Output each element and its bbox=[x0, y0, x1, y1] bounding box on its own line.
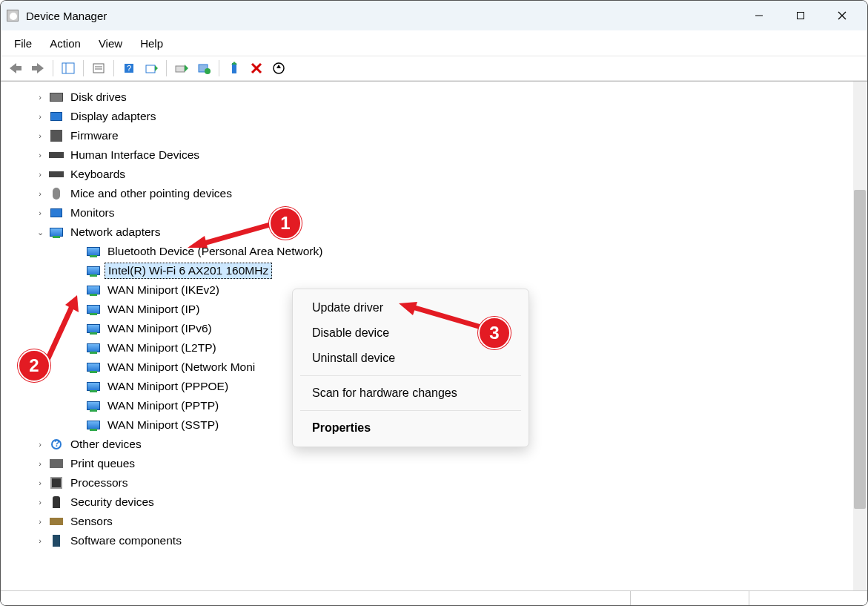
soft-icon bbox=[48, 535, 64, 547]
mon-icon bbox=[48, 208, 64, 217]
scroll-thumb[interactable] bbox=[854, 190, 866, 509]
printer-icon bbox=[48, 459, 64, 468]
key-icon bbox=[48, 152, 64, 158]
show-hide-tree-button[interactable] bbox=[58, 58, 79, 79]
tree-category[interactable]: ›Monitors bbox=[13, 203, 864, 223]
mon-icon bbox=[48, 112, 64, 121]
svg-rect-19 bbox=[232, 63, 236, 73]
tree-item-label: Monitors bbox=[67, 205, 117, 220]
fw-icon bbox=[48, 130, 64, 142]
net-icon bbox=[85, 247, 102, 256]
vertical-scrollbar[interactable] bbox=[853, 82, 867, 590]
disable-button[interactable] bbox=[246, 58, 267, 79]
scan-hardware-button[interactable] bbox=[268, 58, 289, 79]
status-segment bbox=[630, 591, 749, 606]
tree-item-label: Sensors bbox=[67, 514, 116, 529]
net-icon bbox=[85, 382, 102, 391]
tree-item-label: Human Interface Devices bbox=[67, 148, 202, 162]
tree-category[interactable]: ›Keyboards bbox=[13, 165, 864, 184]
forward-button[interactable] bbox=[27, 58, 48, 79]
net-icon bbox=[85, 363, 102, 372]
net-icon bbox=[85, 324, 102, 333]
svg-rect-6 bbox=[62, 63, 74, 73]
tree-item-label: Disk drives bbox=[67, 90, 130, 105]
tree-item-label: Security devices bbox=[67, 495, 157, 510]
net-icon bbox=[85, 266, 102, 275]
menu-view[interactable]: View bbox=[90, 34, 131, 53]
expander-icon[interactable]: › bbox=[33, 208, 47, 217]
menu-file[interactable]: File bbox=[5, 34, 41, 53]
other-icon bbox=[48, 439, 64, 449]
tree-category[interactable]: ›Disk drives bbox=[13, 88, 864, 107]
expander-icon[interactable]: › bbox=[33, 517, 47, 526]
toolbar-separator bbox=[53, 60, 53, 76]
svg-rect-1 bbox=[798, 13, 804, 19]
tree-item-label: WAN Miniport (L2TP) bbox=[105, 340, 219, 355]
expander-icon[interactable]: › bbox=[33, 536, 47, 545]
toolbar-separator bbox=[219, 60, 219, 76]
context-uninstall-device[interactable]: Uninstall device bbox=[293, 346, 529, 371]
tree-item-label: WAN Miniport (IP) bbox=[105, 302, 202, 317]
toolbar-separator bbox=[83, 60, 84, 76]
properties-button[interactable] bbox=[88, 58, 109, 79]
status-segment bbox=[749, 591, 867, 606]
back-button[interactable] bbox=[5, 58, 26, 79]
net-icon bbox=[85, 421, 102, 429]
net-icon bbox=[85, 286, 102, 294]
svg-point-18 bbox=[205, 68, 211, 74]
uninstall-button[interactable] bbox=[193, 58, 214, 79]
tree-category-network-adapters[interactable]: ⌄Network adapters bbox=[13, 223, 864, 242]
expander-icon[interactable]: › bbox=[33, 459, 47, 468]
tree-category[interactable]: ›Software components bbox=[13, 531, 864, 550]
context-separator bbox=[300, 375, 521, 376]
expander-icon[interactable]: › bbox=[33, 440, 47, 449]
disk-icon bbox=[48, 93, 64, 102]
close-button[interactable] bbox=[821, 1, 863, 30]
tree-category[interactable]: ›Processors bbox=[13, 473, 864, 493]
tree-item-label: WAN Miniport (PPTP) bbox=[105, 398, 222, 413]
expander-icon[interactable]: › bbox=[33, 112, 47, 121]
tree-item-label: WAN Miniport (Network Moni bbox=[105, 360, 258, 375]
expander-icon[interactable]: › bbox=[33, 478, 47, 487]
tree-item-label: Mice and other pointing devices bbox=[67, 186, 235, 201]
tree-item-network-adapter[interactable]: Intel(R) Wi-Fi 6 AX201 160MHz bbox=[13, 261, 864, 280]
context-properties[interactable]: Properties bbox=[293, 415, 529, 441]
expander-icon[interactable]: ⌄ bbox=[33, 228, 47, 237]
tree-category[interactable]: ›Sensors bbox=[13, 512, 864, 531]
expander-icon[interactable]: › bbox=[33, 151, 47, 159]
tree-category[interactable]: ›Security devices bbox=[13, 493, 864, 512]
context-scan-hardware[interactable]: Scan for hardware changes bbox=[293, 381, 529, 406]
menu-action[interactable]: Action bbox=[41, 34, 90, 53]
expander-icon[interactable]: › bbox=[33, 93, 47, 102]
scan-button[interactable] bbox=[141, 58, 162, 79]
tree-item-label: Keyboards bbox=[67, 167, 128, 182]
expander-icon[interactable]: › bbox=[33, 189, 47, 198]
tree-item-label: Firmware bbox=[67, 128, 122, 143]
key-icon bbox=[48, 171, 64, 177]
expander-icon[interactable]: › bbox=[33, 131, 47, 140]
svg-rect-8 bbox=[93, 64, 104, 73]
svg-marker-14 bbox=[155, 65, 158, 71]
net-icon bbox=[85, 343, 102, 352]
help-button[interactable]: ? bbox=[119, 58, 139, 79]
svg-rect-15 bbox=[176, 66, 185, 72]
tree-category[interactable]: ›Print queues bbox=[13, 454, 864, 473]
toolbar-separator bbox=[113, 60, 114, 76]
minimize-button[interactable] bbox=[738, 1, 780, 30]
expander-icon[interactable]: › bbox=[33, 498, 47, 507]
update-driver-button[interactable] bbox=[171, 58, 192, 79]
toolbar-separator bbox=[166, 60, 167, 76]
menubar: File Action View Help bbox=[1, 30, 867, 56]
tree-category[interactable]: ›Display adapters bbox=[13, 107, 864, 126]
menu-help[interactable]: Help bbox=[131, 34, 172, 53]
expander-icon[interactable]: › bbox=[33, 170, 47, 179]
statusbar bbox=[1, 590, 867, 606]
svg-marker-4 bbox=[10, 63, 21, 73]
maximize-button[interactable] bbox=[780, 1, 821, 30]
enable-button[interactable] bbox=[224, 58, 245, 79]
net-icon bbox=[85, 305, 102, 314]
tree-category[interactable]: ›Mice and other pointing devices bbox=[13, 184, 864, 203]
tree-category[interactable]: ›Human Interface Devices bbox=[13, 145, 864, 165]
tree-category[interactable]: ›Firmware bbox=[13, 126, 864, 145]
tree-item-network-adapter[interactable]: Bluetooth Device (Personal Area Network) bbox=[13, 242, 864, 261]
